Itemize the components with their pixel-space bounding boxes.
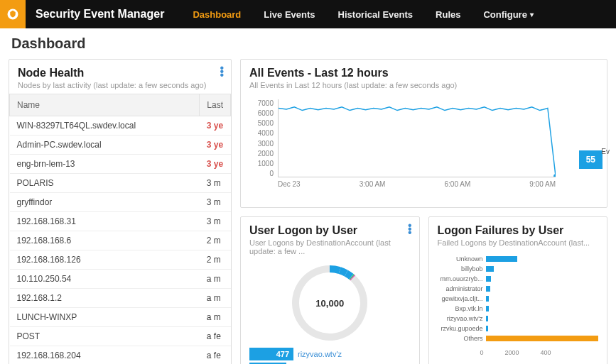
failure-label: Unknown xyxy=(438,255,486,263)
failure-bar-row: billybob xyxy=(438,265,599,272)
y-tick: 2000 xyxy=(249,150,274,158)
node-last: 3 ye xyxy=(200,155,231,174)
node-name: 10.110.250.54 xyxy=(10,270,200,289)
table-row[interactable]: 192.168.168.204a fe xyxy=(10,346,231,365)
nav-dashboard[interactable]: Dashboard xyxy=(181,0,252,28)
table-row[interactable]: 192.168.168.62 m xyxy=(10,231,231,250)
failure-bar xyxy=(486,296,490,302)
logon-failures-title: Logon Failures by User xyxy=(438,224,599,237)
col-name[interactable]: Name xyxy=(10,94,200,116)
user-logon-subtitle: User Logons by DestinationAccount (last … xyxy=(249,238,411,255)
failure-label: gewitxvja.cljt... xyxy=(438,295,486,302)
table-row[interactable]: 192.168.1.2a m xyxy=(10,289,231,308)
all-events-subtitle: All Events in Last 12 hours (last update… xyxy=(249,81,598,89)
table-row[interactable]: LUNCH-WINXPa m xyxy=(10,308,231,327)
node-name: eng-brn-lem-13 xyxy=(10,155,200,174)
col-last[interactable]: Last xyxy=(200,94,231,116)
node-last: 3 ye xyxy=(200,136,231,155)
failure-bar-row: Bxp.vtk.ln xyxy=(438,305,599,312)
nav-rules[interactable]: Rules xyxy=(424,0,472,28)
failure-label: Bxp.vtk.ln xyxy=(438,305,486,312)
table-row[interactable]: eng-brn-lem-133 ye xyxy=(10,155,231,174)
node-name: WIN-83297LT64QL.swdev.local xyxy=(10,116,200,136)
all-events-chart: 70006000500040003000200010000 Dec 233:00… xyxy=(249,99,598,199)
chevron-down-icon: ▾ xyxy=(530,11,534,18)
node-health-title: Node Health xyxy=(18,67,222,79)
x-tick: 9:00 AM xyxy=(529,180,556,188)
failure-label: Others xyxy=(438,335,486,342)
failure-bar-row: Others xyxy=(438,335,599,342)
table-row[interactable]: POLARIS3 m xyxy=(10,174,231,193)
node-name: POST xyxy=(10,327,200,346)
table-row[interactable]: POSTa fe xyxy=(10,327,231,346)
node-last: a m xyxy=(200,289,231,308)
table-row[interactable]: 192.168.168.313 m xyxy=(10,212,231,231)
failure-bar-row: mm.ouorzryb... xyxy=(438,275,599,282)
failure-label: administrator xyxy=(438,285,486,292)
bar-label: rizyvao.wtv'z xyxy=(293,350,342,358)
failure-bar xyxy=(486,316,488,321)
failure-bar-row: gewitxvja.cljt... xyxy=(438,295,599,302)
node-last: a m xyxy=(200,308,231,327)
failure-bar xyxy=(486,286,490,292)
page-title: Dashboard xyxy=(0,28,616,59)
node-name: Admin-PC.swdev.local xyxy=(10,136,200,155)
app-title: Security Event Manager xyxy=(26,8,181,21)
node-health-card: Node Health Nodes by last activity (last… xyxy=(9,59,232,364)
nav-configure[interactable]: Configure▾ xyxy=(472,0,544,28)
failure-label: rizyvao.wtv'z xyxy=(438,315,486,322)
node-name: 192.168.168.31 xyxy=(10,212,200,231)
all-events-card: All Events - Last 12 hours All Events in… xyxy=(240,59,607,208)
x-tick: 3:00 AM xyxy=(360,180,386,188)
failure-bar-row: rzvku.gupoede xyxy=(438,325,599,332)
logon-bar-row: 477rizyvao.wtv'z xyxy=(249,348,411,360)
app-logo xyxy=(0,0,26,28)
nav-live-events[interactable]: Live Events xyxy=(252,0,326,28)
y-tick: 1000 xyxy=(249,160,274,167)
node-last: 3 ye xyxy=(200,116,231,136)
table-row[interactable]: WIN-83297LT64QL.swdev.local3 ye xyxy=(10,116,231,136)
node-name: POLARIS xyxy=(10,174,200,193)
node-name: 192.168.168.6 xyxy=(10,231,200,250)
failure-label: rzvku.gupoede xyxy=(438,325,486,332)
card-menu-icon[interactable]: ••• xyxy=(220,67,224,77)
failure-label: mm.ouorzryb... xyxy=(438,275,486,282)
logon-failures-card: Logon Failures by User Failed Logons by … xyxy=(428,216,608,364)
failure-bar xyxy=(486,326,488,331)
events-badge-label: Ev xyxy=(601,148,610,155)
node-name: 192.168.168.126 xyxy=(10,250,200,270)
node-health-subtitle: Nodes by last activity (last update: a f… xyxy=(18,81,222,89)
failure-bar xyxy=(486,276,492,282)
node-last: 2 m xyxy=(200,250,231,270)
user-logon-title: User Logon by User xyxy=(249,224,411,237)
events-badge: 55 xyxy=(579,150,603,169)
node-name: gryffindor xyxy=(10,193,200,212)
node-last: 3 m xyxy=(200,212,231,231)
failure-bar-row: rizyvao.wtv'z xyxy=(438,315,599,322)
node-last: 3 m xyxy=(200,193,231,212)
table-row[interactable]: gryffindor3 m xyxy=(10,193,231,212)
main-nav: DashboardLive EventsHistorical EventsRul… xyxy=(181,0,544,28)
bar-value: 477 xyxy=(249,348,293,360)
failure-bar xyxy=(486,266,494,272)
node-name: 192.168.1.2 xyxy=(10,289,200,308)
table-row[interactable]: Admin-PC.swdev.local3 ye xyxy=(10,136,231,155)
node-last: 2 m xyxy=(200,231,231,250)
failure-bar xyxy=(486,306,490,311)
y-tick: 5000 xyxy=(249,119,274,127)
y-tick: 0 xyxy=(249,170,274,177)
failure-bar-row: Unknown xyxy=(438,255,599,263)
donut-center-value: 10,000 xyxy=(291,264,369,342)
table-row[interactable]: 10.110.250.54a m xyxy=(10,270,231,289)
nav-historical-events[interactable]: Historical Events xyxy=(327,0,425,28)
node-last: a fe xyxy=(200,327,231,346)
y-tick: 7000 xyxy=(249,99,274,107)
table-row[interactable]: 192.168.168.1262 m xyxy=(10,250,231,270)
all-events-title: All Events - Last 12 hours xyxy=(249,67,598,79)
user-logon-card: User Logon by User User Logons by Destin… xyxy=(240,216,420,364)
y-tick: 6000 xyxy=(249,109,274,117)
node-health-table: Name Last WIN-83297LT64QL.swdev.local3 y… xyxy=(9,94,231,364)
svg-point-0 xyxy=(553,174,556,177)
logon-failures-subtitle: Failed Logons by DestinationAccount (las… xyxy=(438,238,599,247)
card-menu-icon[interactable]: ••• xyxy=(408,224,412,235)
